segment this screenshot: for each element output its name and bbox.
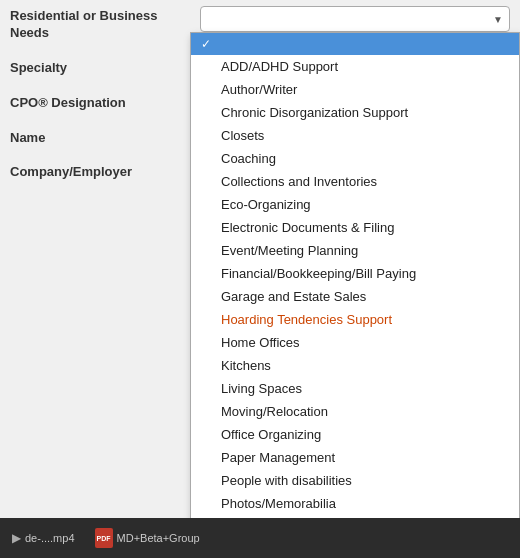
dropdown-item-label: Kitchens — [221, 358, 271, 373]
dropdown-item[interactable]: Eco-Organizing — [191, 193, 519, 216]
dropdown-item[interactable]: Living Spaces — [191, 377, 519, 400]
dropdown-item[interactable]: Closets — [191, 124, 519, 147]
dropdown-item-label: Eco-Organizing — [221, 197, 311, 212]
dropdown-item[interactable]: Collections and Inventories — [191, 170, 519, 193]
checkmark-icon: ✓ — [201, 37, 215, 51]
taskbar-pdf-item[interactable]: PDF MD+Beta+Group — [87, 525, 208, 551]
sidebar-field-specialty: Specialty — [10, 60, 180, 77]
dropdown-item-label: Home Offices — [221, 335, 300, 350]
dropdown-item[interactable]: Office Organizing — [191, 423, 519, 446]
dropdown-item-label: Coaching — [221, 151, 276, 166]
dropdown-item-label: Hoarding Tendencies Support — [221, 312, 392, 327]
dropdown-item-label: People with disabilities — [221, 473, 352, 488]
dropdown-item[interactable]: ✓ — [191, 33, 519, 55]
dropdown-item-label: Paper Management — [221, 450, 335, 465]
sidebar-field-residential: Residential or Business Needs — [10, 8, 180, 42]
dropdown-item-label: ADD/ADHD Support — [221, 59, 338, 74]
dropdown-item-label: Photos/Memorabilia — [221, 496, 336, 511]
specialty-dropdown[interactable]: ✓ADD/ADHD SupportAuthor/WriterChronic Di… — [190, 32, 520, 542]
sidebar-field-name: Name — [10, 130, 180, 147]
video-icon: ▶ — [12, 531, 21, 545]
specialty-select[interactable]: ▼ — [200, 6, 510, 32]
main-content: ▼ ✓ADD/ADHD SupportAuthor/WriterChronic … — [190, 0, 520, 558]
dropdown-item[interactable]: Photos/Memorabilia — [191, 492, 519, 515]
dropdown-item[interactable]: Paper Management — [191, 446, 519, 469]
dropdown-item-label: Office Organizing — [221, 427, 321, 442]
dropdown-item-label: Living Spaces — [221, 381, 302, 396]
taskbar: ▶ de-....mp4 PDF MD+Beta+Group — [0, 518, 520, 558]
taskbar-video-item[interactable]: ▶ de-....mp4 — [4, 528, 83, 548]
dropdown-item[interactable]: Chronic Disorganization Support — [191, 101, 519, 124]
dropdown-item-label: Collections and Inventories — [221, 174, 377, 189]
pdf-icon: PDF — [95, 528, 113, 548]
taskbar-video-label: de-....mp4 — [25, 532, 75, 544]
dropdown-item[interactable]: Home Offices — [191, 331, 519, 354]
dropdown-item-label: Chronic Disorganization Support — [221, 105, 408, 120]
sidebar-label-specialty: Specialty — [10, 60, 67, 75]
sidebar: Residential or Business Needs Specialty … — [0, 0, 190, 558]
dropdown-item-label: Author/Writer — [221, 82, 297, 97]
dropdown-item[interactable]: People with disabilities — [191, 469, 519, 492]
sidebar-label-name: Name — [10, 130, 45, 145]
dropdown-item-label: Event/Meeting Planning — [221, 243, 358, 258]
sidebar-label-company: Company/Employer — [10, 164, 132, 179]
sidebar-label-residential: Residential or Business Needs — [10, 8, 157, 40]
dropdown-item[interactable]: Electronic Documents & Filing — [191, 216, 519, 239]
chevron-down-icon: ▼ — [493, 14, 503, 25]
dropdown-item-label: Garage and Estate Sales — [221, 289, 366, 304]
dropdown-item-label: Financial/Bookkeeping/Bill Paying — [221, 266, 416, 281]
sidebar-field-company: Company/Employer — [10, 164, 180, 181]
dropdown-item[interactable]: Event/Meeting Planning — [191, 239, 519, 262]
dropdown-item-label: Closets — [221, 128, 264, 143]
dropdown-item-label: Moving/Relocation — [221, 404, 328, 419]
sidebar-label-cpo: CPO® Designation — [10, 95, 126, 110]
dropdown-item[interactable]: Financial/Bookkeeping/Bill Paying — [191, 262, 519, 285]
dropdown-item[interactable]: Author/Writer — [191, 78, 519, 101]
dropdown-item[interactable]: ADD/ADHD Support — [191, 55, 519, 78]
dropdown-item[interactable]: Hoarding Tendencies Support — [191, 308, 519, 331]
dropdown-item[interactable]: Garage and Estate Sales — [191, 285, 519, 308]
dropdown-item[interactable]: Kitchens — [191, 354, 519, 377]
page-wrapper: Residential or Business Needs Specialty … — [0, 0, 520, 558]
sidebar-field-cpo: CPO® Designation — [10, 95, 180, 112]
dropdown-item[interactable]: Moving/Relocation — [191, 400, 519, 423]
dropdown-item[interactable]: Coaching — [191, 147, 519, 170]
dropdown-item-label: Electronic Documents & Filing — [221, 220, 394, 235]
taskbar-pdf-label: MD+Beta+Group — [117, 532, 200, 544]
